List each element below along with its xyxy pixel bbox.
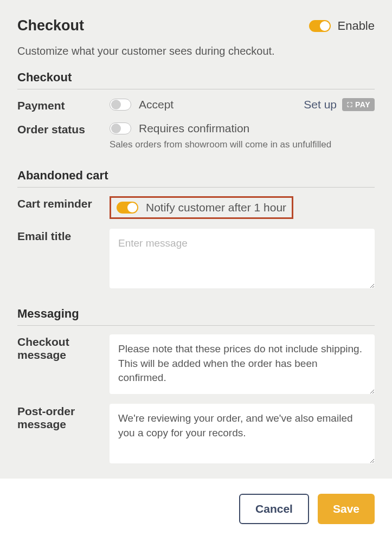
post-order-message-textarea[interactable] (110, 404, 375, 463)
checkout-message-label: Checkout message (17, 334, 110, 362)
page-title: Checkout (17, 17, 84, 34)
cart-reminder-label: Cart reminder (17, 196, 110, 210)
section-title-checkout: Checkout (17, 70, 375, 89)
order-status-helper: Sales orders from showroom will come in … (110, 139, 375, 150)
order-status-row: Order status Requires confirmation Sales… (17, 122, 375, 150)
section-title-abandoned: Abandoned cart (17, 169, 375, 188)
post-order-message-row: Post-order message (17, 404, 375, 463)
order-status-toggle[interactable] (110, 122, 131, 134)
payment-right: Set up PAY (304, 98, 375, 111)
post-order-message-label: Post-order message (17, 404, 110, 431)
email-title-label: Email title (17, 229, 110, 243)
cart-reminder-content: Notify customer after 1 hour (110, 196, 293, 219)
save-button[interactable]: Save (318, 494, 375, 524)
settings-panel: Checkout Enable Customize what your cust… (0, 0, 392, 479)
order-status-toggle-label: Requires confirmation (139, 122, 249, 135)
checkout-message-row: Checkout message (17, 334, 375, 394)
pay-badge: PAY (342, 98, 375, 111)
checkout-message-content (110, 334, 375, 394)
payment-content: Accept Set up PAY (110, 98, 375, 111)
payment-label: Payment (17, 98, 110, 112)
cart-reminder-highlight: Notify customer after 1 hour (110, 196, 293, 219)
enable-toggle[interactable] (309, 20, 331, 32)
header-row: Checkout Enable (17, 17, 375, 34)
order-status-content: Requires confirmation Sales orders from … (110, 122, 375, 150)
payment-row: Payment Accept Set up PAY (17, 98, 375, 112)
post-order-message-content (110, 404, 375, 463)
setup-link[interactable]: Set up (304, 98, 337, 111)
payment-toggle-label: Accept (139, 98, 173, 111)
email-title-row: Email title (17, 229, 375, 288)
cart-reminder-toggle[interactable] (117, 202, 138, 214)
arrows-expand-icon (346, 101, 353, 108)
cancel-button[interactable]: Cancel (239, 494, 309, 524)
email-title-content (110, 229, 375, 288)
enable-label: Enable (337, 19, 375, 33)
email-title-textarea[interactable] (110, 229, 375, 288)
enable-group: Enable (309, 19, 375, 33)
subtitle: Customize what your customer sees during… (17, 45, 375, 57)
footer: Cancel Save (0, 479, 392, 539)
checkout-message-textarea[interactable] (110, 334, 375, 394)
cart-reminder-row: Cart reminder Notify customer after 1 ho… (17, 196, 375, 219)
pay-badge-text: PAY (355, 100, 370, 109)
order-status-label: Order status (17, 122, 110, 136)
section-title-messaging: Messaging (17, 307, 375, 326)
payment-toggle[interactable] (110, 99, 131, 111)
cart-reminder-toggle-label: Notify customer after 1 hour (146, 201, 286, 214)
